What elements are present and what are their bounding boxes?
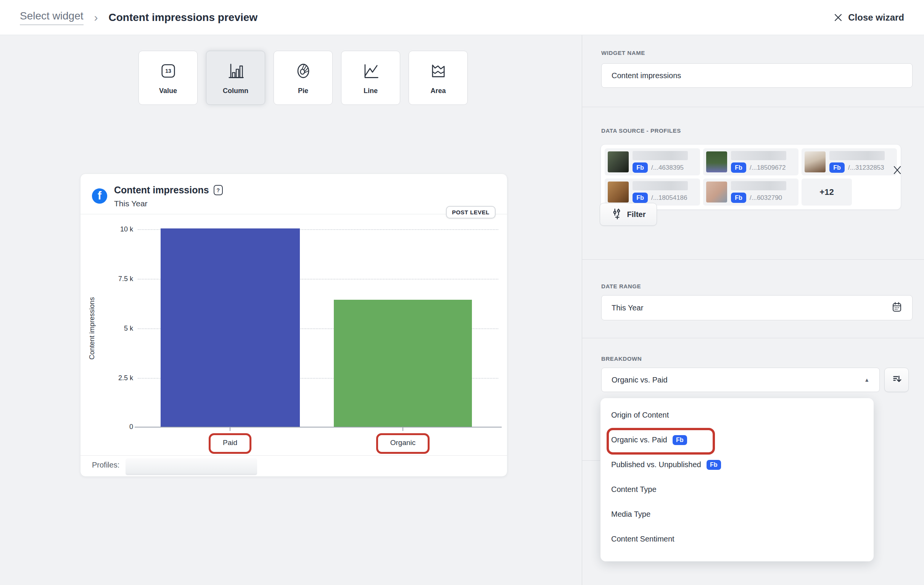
filter-button[interactable]: Filter xyxy=(600,203,657,226)
menu-item-media-type[interactable]: Media Type xyxy=(601,502,874,527)
profile-chip[interactable]: Fb /...4638395 xyxy=(605,148,700,175)
divider xyxy=(582,338,924,338)
widget-type-line[interactable]: Line xyxy=(341,51,400,105)
y-tick-label: 7.5 k xyxy=(96,275,133,283)
chevron-up-icon: ▲ xyxy=(864,377,870,383)
breakdown-label: BREAKDOWN xyxy=(601,356,642,362)
more-profiles-chip[interactable]: +12 xyxy=(802,178,852,206)
date-range-value: This Year xyxy=(612,303,891,312)
profile-id: /...6032790 xyxy=(750,194,782,202)
profile-id: /...4638395 xyxy=(651,164,684,171)
menu-item-origin-of-content[interactable]: Origin of Content xyxy=(601,403,874,427)
menu-item-published-vs-unpublished[interactable]: Published vs. Unpublished Fb xyxy=(601,452,874,477)
breadcrumb-select-widget[interactable]: Select widget xyxy=(20,10,84,25)
widget-type-label: Line xyxy=(363,87,378,95)
chart-profiles-label: Profiles: xyxy=(92,461,119,470)
profile-id: /...18509672 xyxy=(750,164,786,171)
profiles-box: Fb /...4638395 Fb /...18509672 xyxy=(601,144,901,210)
profile-name-redacted xyxy=(731,151,786,160)
sort-descending-icon xyxy=(891,373,902,386)
divider xyxy=(582,259,924,260)
widget-type-label: Pie xyxy=(298,87,308,95)
profile-name-redacted xyxy=(731,181,786,190)
facebook-badge: Fb xyxy=(731,193,746,203)
chart-profiles-redacted xyxy=(125,458,257,475)
menu-item-label: Media Type xyxy=(611,510,650,519)
widget-type-value[interactable]: 13 Value xyxy=(139,51,198,105)
widget-name-value: Content impressions xyxy=(612,71,902,80)
widget-type-area[interactable]: Area xyxy=(409,51,468,105)
widget-wizard: Select widget › Content impressions prev… xyxy=(0,0,924,585)
area-chart-icon xyxy=(429,61,448,81)
annotation-box-paid xyxy=(209,433,251,454)
avatar xyxy=(706,152,727,172)
avatar xyxy=(805,152,825,172)
profile-chip[interactable]: Fb /...6032790 xyxy=(703,178,799,206)
divider xyxy=(582,460,600,461)
facebook-badge: Fb xyxy=(632,163,648,173)
chart-preview-card: f Content impressions ? This Year POST L… xyxy=(80,173,507,477)
close-wizard-label: Close wizard xyxy=(848,12,904,23)
profile-chip[interactable]: Fb /...18054186 xyxy=(605,178,700,206)
menu-item-label: Content Type xyxy=(611,485,657,494)
x-tick xyxy=(230,427,231,431)
breakdown-value: Organic vs. Paid xyxy=(612,376,864,384)
profile-chip[interactable]: Fb /...31232853 xyxy=(802,148,897,175)
data-source-label: DATA SOURCE - PROFILES xyxy=(601,127,681,134)
widget-type-column[interactable]: Column xyxy=(206,51,265,105)
x-axis-line xyxy=(135,427,502,427)
widget-type-selector: 13 Value Column xyxy=(139,51,468,105)
widget-type-pie[interactable]: Pie xyxy=(274,51,333,105)
avatar xyxy=(608,152,629,172)
breadcrumb-chevron-icon: › xyxy=(94,12,98,23)
widget-type-label: Value xyxy=(159,87,177,95)
facebook-badge: Fb xyxy=(829,163,845,173)
facebook-badge: Fb xyxy=(632,193,648,203)
sort-breakdown-button[interactable] xyxy=(884,367,909,392)
avatar xyxy=(706,181,727,203)
wizard-body: 13 Value Column xyxy=(0,35,924,585)
wizard-header: Select widget › Content impressions prev… xyxy=(0,0,924,35)
bar-paid[interactable] xyxy=(161,228,300,427)
y-tick-label: 2.5 k xyxy=(96,374,133,382)
value-13-icon: 13 xyxy=(158,61,178,81)
y-tick-label: 10 k xyxy=(96,226,133,233)
config-panel: WIDGET NAME Content impressions DATA SOU… xyxy=(582,35,924,585)
menu-item-label: Content Sentiment xyxy=(611,535,675,544)
menu-item-label: Origin of Content xyxy=(611,411,669,420)
pie-chart-icon xyxy=(294,61,313,81)
menu-item-label: Published vs. Unpublished xyxy=(611,460,701,469)
facebook-badge: Fb xyxy=(731,163,746,173)
calendar-icon xyxy=(891,301,902,315)
filter-icon xyxy=(611,208,623,221)
bar-organic[interactable] xyxy=(334,300,472,427)
close-wizard-button[interactable]: Close wizard xyxy=(833,12,904,23)
widget-type-label: Column xyxy=(223,87,248,95)
post-level-badge: POST LEVEL xyxy=(446,206,495,219)
menu-item-label: Organic vs. Paid xyxy=(611,435,667,444)
close-icon xyxy=(833,13,843,22)
breakdown-select[interactable]: Organic vs. Paid ▲ xyxy=(601,367,880,392)
svg-text:13: 13 xyxy=(165,68,171,74)
remove-data-source-icon[interactable] xyxy=(892,165,903,177)
widget-name-label: WIDGET NAME xyxy=(601,49,645,56)
profile-name-redacted xyxy=(829,151,885,160)
profile-name-redacted xyxy=(632,151,688,160)
widget-type-label: Area xyxy=(430,87,446,95)
annotation-box-organic xyxy=(376,433,429,454)
menu-item-organic-vs-paid[interactable]: Organic vs. Paid Fb xyxy=(601,427,874,452)
facebook-badge: Fb xyxy=(706,460,721,470)
y-tick-label: 0 xyxy=(96,423,133,431)
widget-name-input[interactable]: Content impressions xyxy=(601,63,912,88)
column-chart-icon xyxy=(226,61,246,81)
profile-id: /...18054186 xyxy=(651,194,688,202)
date-range-select[interactable]: This Year xyxy=(601,295,912,320)
profile-chip[interactable]: Fb /...18509672 xyxy=(703,148,799,175)
profile-id: /...31232853 xyxy=(848,164,884,171)
page-title: Content impressions preview xyxy=(109,12,258,24)
breakdown-dropdown-menu: Origin of Content Organic vs. Paid Fb Pu… xyxy=(601,398,874,561)
menu-item-content-sentiment[interactable]: Content Sentiment xyxy=(601,527,874,552)
divider xyxy=(582,107,924,107)
menu-item-content-type[interactable]: Content Type xyxy=(601,477,874,502)
date-range-label: DATE RANGE xyxy=(601,283,641,290)
